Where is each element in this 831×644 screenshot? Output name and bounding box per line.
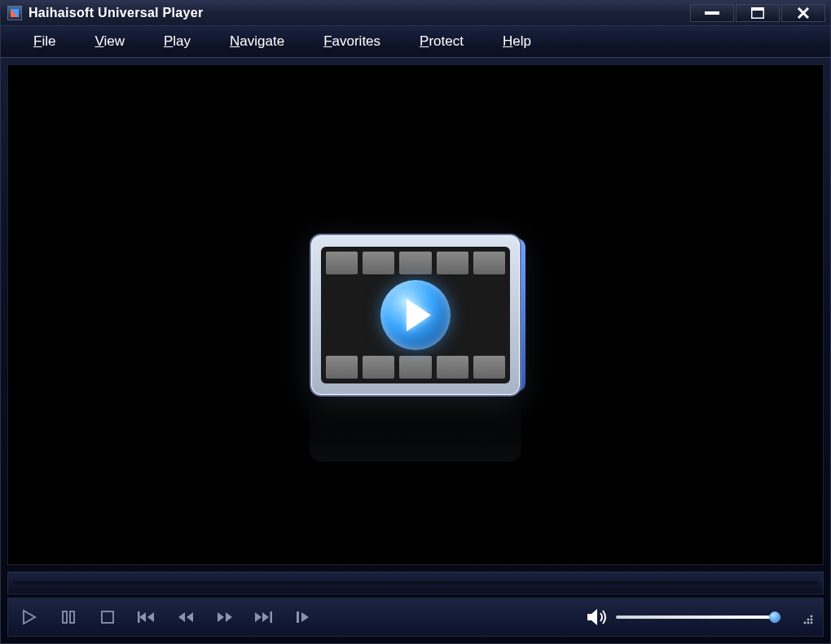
svg-rect-3 [63, 611, 67, 623]
svg-point-12 [804, 622, 807, 624]
svg-point-9 [811, 616, 813, 618]
step-button[interactable] [292, 607, 314, 627]
svg-rect-2 [751, 7, 764, 11]
svg-point-10 [807, 619, 810, 621]
window-title: Haihaisoft Universal Player [29, 6, 690, 20]
svg-rect-7 [270, 611, 273, 623]
svg-point-13 [807, 622, 810, 624]
maximize-button[interactable] [736, 4, 780, 22]
video-area[interactable] [7, 64, 824, 565]
menu-help[interactable]: Help [503, 33, 531, 50]
volume-icon[interactable] [587, 608, 608, 626]
menu-navigate[interactable]: Navigate [230, 33, 284, 50]
svg-point-11 [811, 619, 813, 621]
player-logo [310, 234, 521, 396]
play-icon [380, 280, 451, 350]
volume-slider[interactable] [616, 615, 779, 620]
menu-view[interactable]: View [95, 33, 125, 50]
pause-button[interactable] [57, 607, 80, 627]
svg-rect-5 [102, 611, 113, 623]
svg-rect-4 [70, 611, 74, 623]
svg-rect-0 [705, 11, 719, 15]
stop-button[interactable] [96, 607, 119, 627]
rewind-button[interactable] [174, 607, 197, 627]
menu-file[interactable]: File [33, 33, 55, 50]
skip-back-button[interactable] [135, 607, 158, 627]
menu-protect[interactable]: Protect [420, 33, 464, 50]
seek-bar[interactable] [7, 572, 824, 594]
resize-grip[interactable] [798, 610, 813, 624]
svg-point-14 [811, 622, 813, 624]
minimize-button[interactable] [690, 4, 734, 22]
app-window: Haihaisoft Universal Player File View Pl… [0, 0, 831, 644]
close-button[interactable] [781, 4, 825, 22]
menu-favorites[interactable]: Favorites [323, 33, 380, 50]
window-controls [690, 4, 825, 22]
menu-play[interactable]: Play [164, 33, 191, 50]
svg-rect-8 [297, 611, 299, 623]
transport-controls [7, 598, 824, 637]
play-button[interactable] [18, 607, 41, 627]
fast-forward-button[interactable] [213, 607, 236, 627]
titlebar[interactable]: Haihaisoft Universal Player [1, 1, 830, 25]
skip-forward-button[interactable] [253, 607, 275, 627]
menubar: File View Play Navigate Favorites Protec… [1, 25, 830, 58]
volume-controls [587, 608, 813, 626]
volume-thumb[interactable] [769, 611, 780, 623]
app-icon [7, 6, 22, 20]
